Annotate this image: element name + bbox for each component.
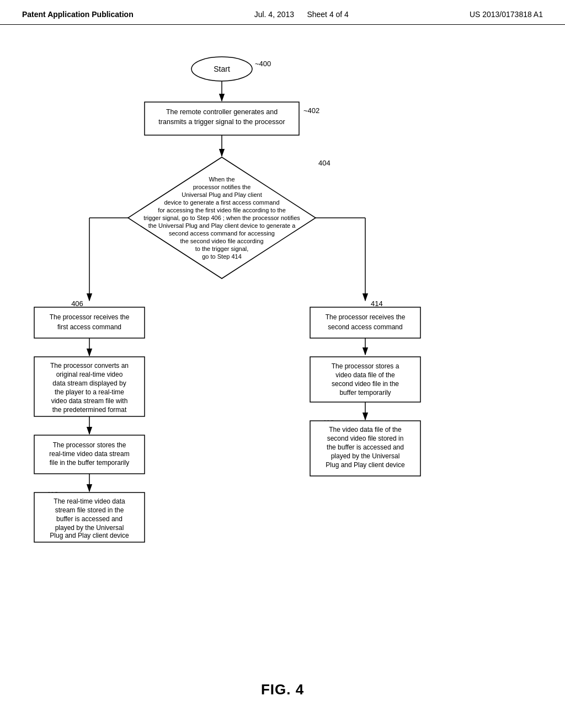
svg-text:go to Step 414: go to Step 414 [202, 253, 242, 260]
flowchart-svg: Start ~400 The remote controller generat… [18, 36, 547, 676]
header-publication: Patent Application Publication [22, 10, 134, 19]
svg-text:buffer temporarily: buffer temporarily [339, 389, 391, 397]
svg-text:The video data file of the: The video data file of the [329, 426, 402, 433]
svg-text:second video file in the: second video file in the [332, 380, 399, 388]
svg-text:Plug and Play client device: Plug and Play client device [326, 461, 405, 469]
diagram-container: Start ~400 The remote controller generat… [0, 25, 565, 709]
svg-text:414: 414 [371, 299, 383, 308]
svg-text:played by the Universal: played by the Universal [331, 452, 400, 460]
svg-text:video data stream file with: video data stream file with [51, 397, 128, 405]
svg-text:data stream displayed by: data stream displayed by [52, 379, 126, 387]
svg-text:the predetermined format: the predetermined format [52, 406, 127, 414]
svg-text:When the: When the [209, 176, 234, 183]
svg-text:~402: ~402 [303, 106, 319, 115]
svg-rect-26 [34, 307, 145, 338]
header-date-sheet: Jul. 4, 2013 Sheet 4 of 4 [254, 10, 349, 19]
svg-text:second video file stored in: second video file stored in [327, 435, 404, 442]
svg-text:stream file stored in the: stream file stored in the [55, 506, 124, 514]
svg-text:The processor receives the: The processor receives the [326, 313, 406, 321]
svg-text:second access command: second access command [328, 323, 402, 331]
svg-text:trigger signal, go to Step 406: trigger signal, go to Step 406 ; when th… [143, 215, 300, 221]
svg-rect-55 [310, 307, 420, 338]
page-header: Patent Application Publication Jul. 4, 2… [0, 0, 565, 25]
svg-text:played by the Universal: played by the Universal [55, 524, 124, 532]
svg-text:buffer is accessed and: buffer is accessed and [56, 515, 122, 523]
svg-text:The processor receives the: The processor receives the [50, 313, 130, 321]
svg-text:to the trigger signal,: to the trigger signal, [195, 245, 249, 252]
svg-text:~400: ~400 [255, 60, 271, 68]
header-patent-number: US 2013/0173818 A1 [470, 10, 543, 19]
svg-text:The processor stores a: The processor stores a [332, 362, 399, 370]
figure-label: FIG. 4 [261, 681, 304, 698]
svg-text:file in the buffer temporarily: file in the buffer temporarily [50, 459, 130, 467]
svg-text:real-time video data stream: real-time video data stream [49, 450, 129, 458]
svg-text:404: 404 [318, 159, 331, 167]
svg-text:The processor converts an: The processor converts an [50, 362, 129, 370]
svg-text:original real-time video: original real-time video [56, 371, 123, 378]
svg-text:transmits a trigger signal to : transmits a trigger signal to the proces… [158, 118, 285, 126]
svg-text:the Universal Plug and Play cl: the Universal Plug and Play client devic… [148, 222, 296, 229]
svg-text:the buffer is accessed and: the buffer is accessed and [327, 443, 404, 451]
svg-text:first access command: first access command [57, 323, 121, 331]
svg-text:second access command for acce: second access command for accessing [169, 230, 275, 237]
svg-text:The real-time video data: The real-time video data [54, 497, 125, 505]
svg-text:Plug and Play client device: Plug and Play client device [50, 532, 129, 539]
header-date: Jul. 4, 2013 [254, 10, 294, 19]
svg-text:the second video file accordin: the second video file according [180, 238, 263, 244]
svg-text:device to generate a first acc: device to generate a first access comman… [164, 199, 279, 206]
svg-text:The processor stores the: The processor stores the [53, 441, 126, 449]
svg-text:Universal Plug and Play client: Universal Plug and Play client [182, 191, 262, 198]
svg-text:Start: Start [214, 65, 230, 73]
header-sheet: Sheet 4 of 4 [307, 10, 349, 19]
svg-text:406: 406 [71, 299, 83, 308]
svg-text:processor notifies the: processor notifies the [193, 184, 251, 190]
svg-text:the player to a real-time: the player to a real-time [55, 388, 124, 396]
svg-text:The remote controller generate: The remote controller generates and [166, 108, 278, 116]
svg-text:for accessing the first video : for accessing the first video file accor… [158, 207, 286, 213]
svg-text:video data file of the: video data file of the [335, 371, 395, 379]
